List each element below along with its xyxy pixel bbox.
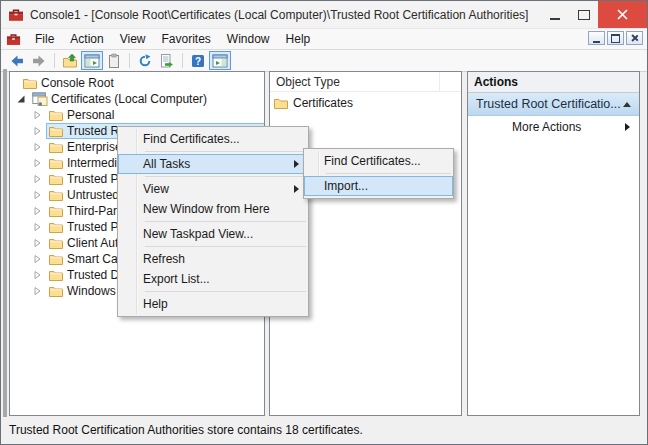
mdi-close-icon xyxy=(631,34,639,42)
tree-collapse-icon[interactable] xyxy=(17,94,30,104)
back-button[interactable] xyxy=(6,51,28,70)
tree-expand-icon[interactable] xyxy=(33,206,46,216)
menu-window[interactable]: Window xyxy=(219,32,278,46)
back-icon xyxy=(9,53,25,69)
menu-favorites[interactable]: Favorites xyxy=(154,32,219,46)
refresh-button[interactable] xyxy=(134,51,156,70)
menu-separator xyxy=(145,151,306,152)
tree-expand-icon[interactable] xyxy=(33,142,46,152)
show-console-tree-button[interactable] xyxy=(81,51,103,70)
close-button[interactable] xyxy=(598,1,647,28)
tree-item-personal[interactable]: Personal xyxy=(10,107,264,123)
status-text: Trusted Root Certification Authorities s… xyxy=(9,423,363,437)
window-title: Console1 - [Console Root\Certificates (L… xyxy=(30,8,528,22)
tree-item-certificates-local-computer[interactable]: Certificates (Local Computer) xyxy=(10,91,264,107)
menu-separator xyxy=(145,246,306,247)
menu-item-help[interactable]: Help xyxy=(118,294,308,314)
toolbar-separator xyxy=(129,53,130,68)
column-header-object-type[interactable]: Object Type xyxy=(270,72,461,92)
tree-item-core: Certificates (Local Computer) xyxy=(30,91,211,107)
collapse-arrow-icon[interactable] xyxy=(623,102,631,107)
tree-expand-icon[interactable] xyxy=(33,254,46,264)
menu-item-find-certificates[interactable]: Find Certificates... xyxy=(118,129,308,149)
actions-group-title: Trusted Root Certificatio... xyxy=(476,97,621,111)
actions-group-trusted-root[interactable]: Trusted Root Certificatio... xyxy=(468,93,639,116)
toolbar-separator xyxy=(54,53,55,68)
menu-item-find-certificates[interactable]: Find Certificates... xyxy=(304,151,453,171)
tree-item-label: Certificates (Local Computer) xyxy=(51,91,207,107)
minimize-icon xyxy=(550,18,560,20)
tree-expand-icon[interactable] xyxy=(33,286,46,296)
menu-item-import[interactable]: Import... xyxy=(304,176,453,196)
toolbar: ? xyxy=(1,50,647,72)
mdi-minimize-button[interactable] xyxy=(588,31,605,45)
menu-item-new-taskpad-view[interactable]: New Taskpad View... xyxy=(118,224,308,244)
tree-expand-icon[interactable] xyxy=(33,238,46,248)
tree-expand-icon[interactable] xyxy=(33,126,46,136)
tree-expand-icon[interactable] xyxy=(33,190,46,200)
folder-icon xyxy=(22,75,38,91)
folder-icon xyxy=(48,235,64,251)
help-button[interactable]: ? xyxy=(187,51,209,70)
folder-icon xyxy=(48,187,64,203)
mmc-window: Console1 - [Console Root\Certificates (L… xyxy=(0,0,648,445)
menu-view[interactable]: View xyxy=(112,32,154,46)
folder-icon xyxy=(48,251,64,267)
column-header-label: Object Type xyxy=(276,75,340,89)
folder-icon xyxy=(48,123,64,139)
forward-button[interactable] xyxy=(28,51,50,70)
folder-icon xyxy=(273,95,289,111)
tree-expand-icon[interactable] xyxy=(33,158,46,168)
menu-file[interactable]: File xyxy=(27,32,62,46)
tree-expand-icon[interactable] xyxy=(33,110,46,120)
mdi-minimize-icon xyxy=(593,41,600,43)
tree-expand-icon[interactable] xyxy=(33,270,46,280)
export-list-icon xyxy=(159,53,175,69)
list-item-certificates[interactable]: Certificates xyxy=(270,94,461,112)
menu-item-view[interactable]: View xyxy=(118,179,308,199)
more-actions-item[interactable]: More Actions xyxy=(468,116,639,138)
all-tasks-submenu: Find Certificates...Import... xyxy=(303,148,454,199)
tree-item-label: Console Root xyxy=(41,75,114,91)
menu-item-refresh[interactable]: Refresh xyxy=(118,249,308,269)
toolbar-separator xyxy=(182,53,183,68)
maximize-button[interactable] xyxy=(569,1,598,28)
submenu-arrow-icon xyxy=(294,185,299,193)
titlebar: Console1 - [Console Root\Certificates (L… xyxy=(1,1,647,29)
menubar: FileActionViewFavoritesWindowHelp xyxy=(1,29,647,50)
mmc-toolbox-icon xyxy=(8,7,24,23)
tree-item-label: Personal xyxy=(67,107,114,123)
column-divider[interactable] xyxy=(439,72,440,91)
menu-separator xyxy=(326,173,451,174)
client-left-edge xyxy=(3,69,7,442)
folder-icon xyxy=(48,267,64,283)
tree-expand-icon[interactable] xyxy=(33,222,46,232)
up-one-level-button[interactable] xyxy=(59,51,81,70)
properties-button[interactable] xyxy=(103,51,125,70)
list-item-label: Certificates xyxy=(293,96,353,110)
mdi-close-button[interactable] xyxy=(626,31,643,45)
tree-item-core: Personal xyxy=(46,107,118,123)
clipboard-icon xyxy=(106,53,122,69)
menu-action[interactable]: Action xyxy=(62,32,111,46)
menu-separator xyxy=(145,221,306,222)
tree-expand-icon[interactable] xyxy=(33,174,46,184)
mdi-restore-icon xyxy=(611,34,620,43)
export-list-button[interactable] xyxy=(156,51,178,70)
menu-help[interactable]: Help xyxy=(278,32,319,46)
actions-pane: Actions Trusted Root Certificatio... Mor… xyxy=(467,71,640,416)
show-action-pane-button[interactable] xyxy=(209,51,231,70)
action-pane-icon xyxy=(212,53,228,69)
mmc-toolbox-icon-small xyxy=(6,32,21,47)
mdi-restore-button[interactable] xyxy=(607,31,624,45)
menubar-items: FileActionViewFavoritesWindowHelp xyxy=(27,29,318,49)
actions-header: Actions xyxy=(468,72,639,93)
menu-item-all-tasks[interactable]: All Tasks xyxy=(118,154,308,174)
minimize-button[interactable] xyxy=(540,1,569,28)
menu-item-new-window-from-here[interactable]: New Window from Here xyxy=(118,199,308,219)
folder-icon xyxy=(48,155,64,171)
menu-item-export-list[interactable]: Export List... xyxy=(118,269,308,289)
context-menu: Find Certificates...All TasksViewNew Win… xyxy=(117,126,309,317)
submenu-arrow-icon xyxy=(625,123,630,131)
tree-item-console-root[interactable]: Console Root xyxy=(10,75,264,91)
